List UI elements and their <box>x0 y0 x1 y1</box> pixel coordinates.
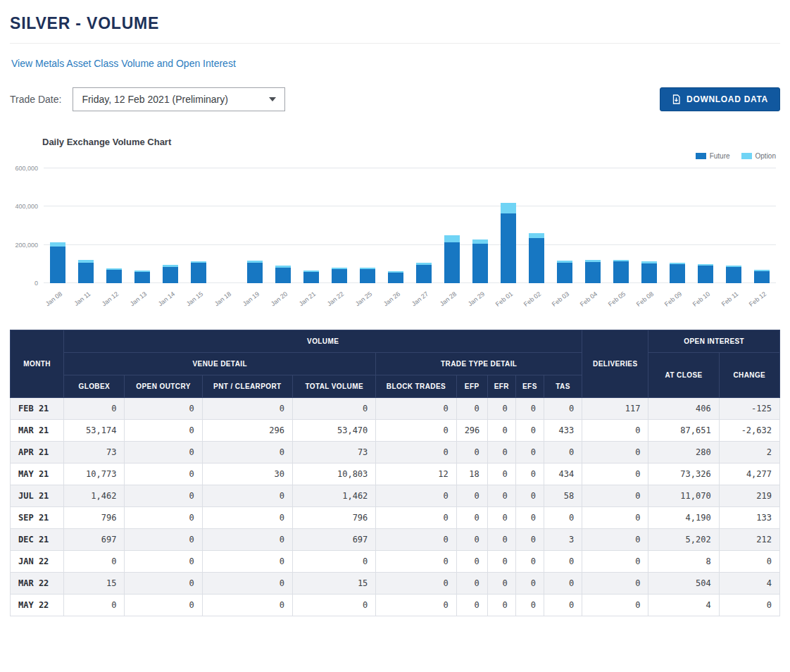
bar-group <box>382 168 410 283</box>
column-header-deliveries: DELIVERIES <box>582 330 648 398</box>
page: SILVER - VOLUME View Metals Asset Class … <box>0 0 790 629</box>
data-cell: 0 <box>487 442 515 463</box>
bar-stack <box>472 168 488 283</box>
download-data-button[interactable]: DOWNLOAD DATA <box>660 87 780 111</box>
x-axis-tick-label: Feb 12 <box>748 290 767 308</box>
data-cell: 796 <box>293 507 376 529</box>
bar-group <box>156 168 184 283</box>
data-cell: 0 <box>515 507 544 529</box>
x-axis-slot: Feb 08 <box>635 283 663 313</box>
chart-section: Daily Exchange Volume Chart FutureOption… <box>10 137 780 313</box>
column-header-block-trades: BLOCK TRADES <box>376 375 456 398</box>
x-axis-slot: Feb 01 <box>494 283 522 313</box>
data-cell: 15 <box>293 573 376 595</box>
data-cell: 697 <box>293 529 376 551</box>
bar-segment-option <box>501 203 516 213</box>
bar-stack <box>641 168 657 283</box>
bar-stack <box>529 168 544 283</box>
bar-stack <box>726 168 741 283</box>
bar-group <box>607 168 635 283</box>
column-header-globex: GLOBEX <box>64 375 125 398</box>
group-header-trade-type-detail: TRADE TYPE DETAIL <box>376 353 582 375</box>
data-cell: 15 <box>64 573 125 595</box>
data-cell: 2 <box>719 442 779 463</box>
month-cell: MAY 22 <box>11 595 64 616</box>
data-cell: 73,326 <box>648 463 719 485</box>
x-axis-slot: Jan 19 <box>241 283 269 313</box>
bar-stack <box>501 168 516 283</box>
bar-segment-future <box>303 272 319 283</box>
data-cell: 0 <box>544 398 582 420</box>
data-cell: 0 <box>64 398 125 420</box>
bar-segment-future <box>501 213 516 283</box>
data-cell: 0 <box>719 595 779 616</box>
bar-stack <box>557 168 572 283</box>
data-cell: 0 <box>544 595 582 616</box>
data-cell: 434 <box>544 463 582 485</box>
data-cell: 10,773 <box>64 463 125 485</box>
data-cell: 11,070 <box>648 485 719 507</box>
bar-stack <box>388 168 403 283</box>
month-cell: JAN 22 <box>11 551 64 573</box>
column-header-efr: EFR <box>487 375 515 398</box>
bar-stack <box>360 168 375 283</box>
data-cell: 0 <box>487 507 515 529</box>
bar-stack <box>303 168 319 283</box>
bar-group <box>438 168 466 283</box>
data-cell: 0 <box>293 398 376 420</box>
data-cell: 0 <box>515 442 544 463</box>
bar-group <box>184 168 213 283</box>
trade-date-select[interactable]: Friday, 12 Feb 2021 (Preliminary) <box>73 87 285 111</box>
bar-stack <box>585 168 601 283</box>
data-cell: 0 <box>125 529 202 551</box>
x-axis-tick-label: Feb 05 <box>607 290 627 308</box>
data-cell: 0 <box>125 573 202 595</box>
x-axis-slot: Jan 27 <box>410 283 438 313</box>
bar-group <box>663 168 691 283</box>
table-row: DEC 21697006970000305,202212 <box>11 529 780 551</box>
data-cell: 0 <box>202 551 292 573</box>
data-cell: 0 <box>515 398 544 420</box>
data-cell: 0 <box>719 551 779 573</box>
data-cell: 4,277 <box>719 463 779 485</box>
group-header-venue-detail: VENUE DETAIL <box>64 353 376 375</box>
x-axis-slot: Feb 04 <box>579 283 607 313</box>
chart-title: Daily Exchange Volume Chart <box>42 137 780 147</box>
data-cell: 0 <box>293 551 376 573</box>
data-cell: 0 <box>582 420 648 442</box>
legend-swatch-future <box>696 153 706 159</box>
column-header-open-outcry: OPEN OUTCRY <box>125 375 202 398</box>
data-cell: 87,651 <box>648 420 719 442</box>
chevron-down-icon <box>269 97 276 101</box>
legend-item-future: Future <box>696 152 730 160</box>
month-cell: SEP 21 <box>11 507 64 529</box>
data-cell: 0 <box>456 442 487 463</box>
bar-segment-future <box>585 262 601 283</box>
x-axis-tick-label: Feb 04 <box>579 290 598 308</box>
data-cell: 0 <box>515 420 544 442</box>
group-header-open-interest: OPEN INTEREST <box>648 330 780 353</box>
bar-segment-future <box>50 247 65 283</box>
data-cell: 18 <box>456 463 487 485</box>
data-cell: 4 <box>648 595 719 616</box>
chart-legend: FutureOption <box>696 152 776 160</box>
x-axis-slot: Jan 22 <box>325 283 353 313</box>
data-cell: 0 <box>376 595 456 616</box>
bar-segment-future <box>163 267 178 283</box>
bar-segment-future <box>726 267 741 283</box>
bar-segment-future <box>670 264 685 283</box>
x-axis-slot: Feb 11 <box>720 283 748 313</box>
data-cell: 0 <box>456 529 487 551</box>
chart-plot-area: 0200,000400,000600,000 <box>44 168 776 283</box>
data-cell: 0 <box>582 529 648 551</box>
bar-segment-future <box>698 266 713 283</box>
metals-asset-class-link[interactable]: View Metals Asset Class Volume and Open … <box>11 58 236 69</box>
trade-date-label: Trade Date: <box>10 94 61 105</box>
x-axis-tick-label: Jan 29 <box>467 290 486 308</box>
data-cell: 504 <box>648 573 719 595</box>
x-axis-tick-label: Jan 13 <box>129 290 148 308</box>
x-axis-slot: Jan 14 <box>156 283 184 313</box>
bar-group <box>44 168 72 283</box>
data-cell: 0 <box>487 551 515 573</box>
data-cell: 5,202 <box>648 529 719 551</box>
